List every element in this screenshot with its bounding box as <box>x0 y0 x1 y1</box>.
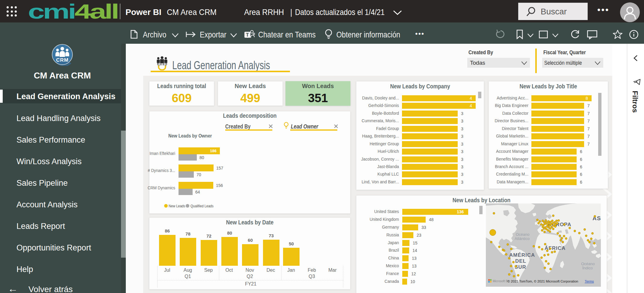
svg-text:Océano: Océano <box>581 262 595 266</box>
svg-text:AS: AS <box>592 215 601 221</box>
svg-text:© 2021 TomTom, © 2021 Microsof: © 2021 TomTom, © 2021 Microsoft Corporat… <box>507 280 578 283</box>
svg-text:Atlántico: Atlántico <box>515 236 530 241</box>
svg-text:Océano: Océano <box>516 232 530 237</box>
svg-text:Microsoft Bi: Microsoft Bi <box>493 280 508 283</box>
svg-text:AMÉRICA: AMÉRICA <box>509 252 535 258</box>
svg-text:Terms: Terms <box>585 280 594 283</box>
svg-text:Índico: Índico <box>582 266 593 270</box>
svg-text:CRM: CRM <box>56 57 69 63</box>
svg-text:T: T <box>246 32 249 37</box>
svg-text:DEL: DEL <box>515 258 526 264</box>
